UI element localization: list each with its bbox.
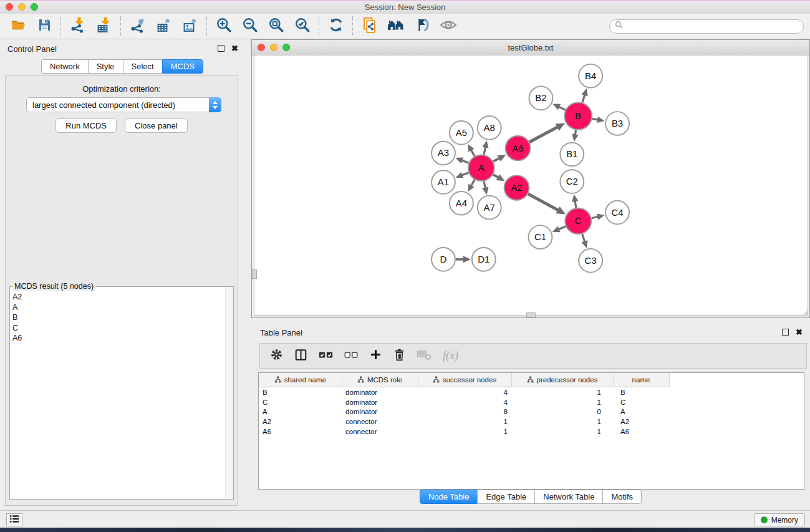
node-B[interactable]: B — [564, 102, 592, 130]
cell[interactable]: A — [259, 407, 342, 417]
tab-edge-table[interactable]: Edge Table — [477, 490, 535, 504]
cell[interactable]: A6 — [259, 427, 342, 437]
run-mcds-button[interactable]: Run MCDS — [55, 118, 117, 133]
cell[interactable]: connector — [342, 417, 418, 427]
table-row[interactable]: Adominator80A — [259, 407, 804, 417]
export-image-button[interactable] — [177, 16, 203, 37]
refresh-view-button[interactable] — [323, 16, 349, 37]
pane-divider-handle[interactable] — [526, 312, 536, 317]
edge-B-B4[interactable] — [582, 89, 588, 103]
node-A5[interactable]: A5 — [450, 121, 473, 145]
cell[interactable]: 1 — [511, 417, 613, 427]
node-C4[interactable]: C4 — [605, 201, 629, 225]
show-columns-button[interactable] — [294, 348, 308, 364]
cell[interactable]: 8 — [418, 407, 511, 417]
result-item[interactable]: A — [12, 302, 225, 313]
save-session-button[interactable] — [31, 16, 57, 37]
cell[interactable]: A — [613, 407, 669, 417]
edge-B-B1[interactable] — [572, 130, 578, 142]
zoom-fit-button[interactable] — [263, 16, 289, 37]
close-panel-icon[interactable]: ✖ — [231, 46, 238, 52]
memory-button[interactable]: Memory — [754, 513, 805, 526]
show-hidden-elements-button[interactable] — [435, 16, 461, 37]
cell[interactable]: 1 — [511, 397, 613, 407]
edge-A-A6[interactable] — [493, 155, 506, 162]
node-C3[interactable]: C3 — [579, 249, 602, 273]
table-row[interactable]: Bdominator41B — [259, 387, 804, 397]
first-neighbors-button[interactable] — [383, 16, 409, 37]
edge-B-B2[interactable] — [552, 104, 565, 110]
result-scrollbar[interactable] — [225, 287, 233, 499]
column-header-predecessor-nodes[interactable]: predecessor nodes — [511, 373, 613, 387]
tab-select[interactable]: Select — [123, 59, 163, 74]
node-B4[interactable]: B4 — [579, 64, 602, 88]
cell[interactable]: 1 — [511, 427, 613, 437]
table-row[interactable]: Cdominator41C — [259, 397, 804, 407]
cell[interactable]: 4 — [418, 387, 511, 397]
node-A1[interactable]: A1 — [432, 170, 455, 194]
zoom-in-button[interactable] — [211, 16, 237, 37]
result-item[interactable]: A2 — [12, 292, 225, 302]
cell[interactable]: 1 — [418, 427, 511, 437]
node-A8[interactable]: A8 — [478, 116, 501, 140]
edge-A-A5[interactable] — [468, 144, 475, 156]
edge-C-C4[interactable] — [592, 213, 605, 220]
tab-node-table[interactable]: Node Table — [420, 490, 478, 504]
edge-A-A3[interactable] — [455, 157, 468, 163]
delete-columns-button[interactable] — [393, 348, 406, 364]
cell[interactable]: C — [613, 397, 669, 407]
tab-network-table[interactable]: Network Table — [534, 490, 603, 504]
cell[interactable]: 1 — [418, 417, 511, 427]
tab-mcds[interactable]: MCDS — [162, 59, 203, 74]
edge-A6-B[interactable] — [529, 123, 565, 142]
new-network-from-selection-button[interactable] — [357, 16, 383, 37]
node-D1[interactable]: D1 — [472, 248, 496, 271]
float-panel-icon[interactable] — [218, 45, 224, 52]
node-table[interactable]: shared nameMCDS rolesuccessor nodesprede… — [258, 372, 804, 490]
cell[interactable]: 0 — [511, 407, 613, 417]
cell[interactable]: A2 — [613, 417, 669, 427]
cell[interactable]: 1 — [511, 387, 613, 397]
criterion-select[interactable]: largest connected component (directed) — [26, 97, 221, 112]
edge-A-A4[interactable] — [468, 180, 475, 191]
edge-C-C2[interactable] — [572, 195, 578, 208]
edge-A-A8[interactable] — [482, 140, 488, 155]
tab-motifs[interactable]: Motifs — [602, 490, 642, 504]
table-options-button[interactable] — [270, 348, 283, 364]
close-panel-button[interactable]: Close panel — [125, 118, 188, 133]
result-item[interactable]: A6 — [12, 333, 225, 344]
cell[interactable]: A2 — [259, 417, 342, 427]
node-D[interactable]: D — [432, 248, 455, 271]
cell[interactable]: dominator — [342, 387, 418, 397]
node-C2[interactable]: C2 — [560, 170, 584, 193]
import-table-button[interactable] — [91, 16, 117, 37]
table-row[interactable]: A2connector11A2 — [259, 417, 804, 427]
edge-D-D1[interactable] — [456, 256, 471, 263]
node-B3[interactable]: B3 — [605, 112, 629, 135]
network-canvas[interactable]: B4B2BB3A8A5A6A3B1AC2A1A2A4A7C4CC1C3DD1 — [254, 55, 808, 316]
select-all-button[interactable] — [319, 350, 334, 362]
function-builder-button[interactable]: f(x) — [443, 349, 458, 362]
show-hide-graphics-details-button[interactable] — [409, 16, 435, 37]
node-A[interactable]: A — [468, 155, 494, 181]
open-session-button[interactable] — [5, 16, 31, 37]
import-network-button[interactable] — [65, 16, 91, 37]
task-history-button[interactable] — [6, 513, 22, 526]
column-header-mcds-role[interactable]: MCDS role — [342, 373, 418, 387]
node-C[interactable]: C — [565, 208, 591, 235]
delete-table-button[interactable] — [417, 349, 432, 363]
node-B1[interactable]: B1 — [560, 143, 584, 167]
edge-B-B3[interactable] — [592, 117, 605, 123]
node-C1[interactable]: C1 — [529, 225, 552, 249]
tab-network[interactable]: Network — [41, 59, 89, 74]
node-A6[interactable]: A6 — [506, 136, 531, 161]
node-B2[interactable]: B2 — [529, 87, 553, 110]
cell[interactable]: A6 — [613, 427, 669, 437]
result-item[interactable]: B — [12, 312, 225, 323]
export-network-button[interactable] — [125, 16, 151, 37]
pane-divider-handle[interactable] — [252, 269, 257, 279]
cell[interactable]: dominator — [342, 407, 418, 417]
cell[interactable]: B — [259, 387, 342, 397]
edge-A-A2[interactable] — [493, 174, 505, 181]
float-panel-icon[interactable] — [782, 329, 789, 336]
